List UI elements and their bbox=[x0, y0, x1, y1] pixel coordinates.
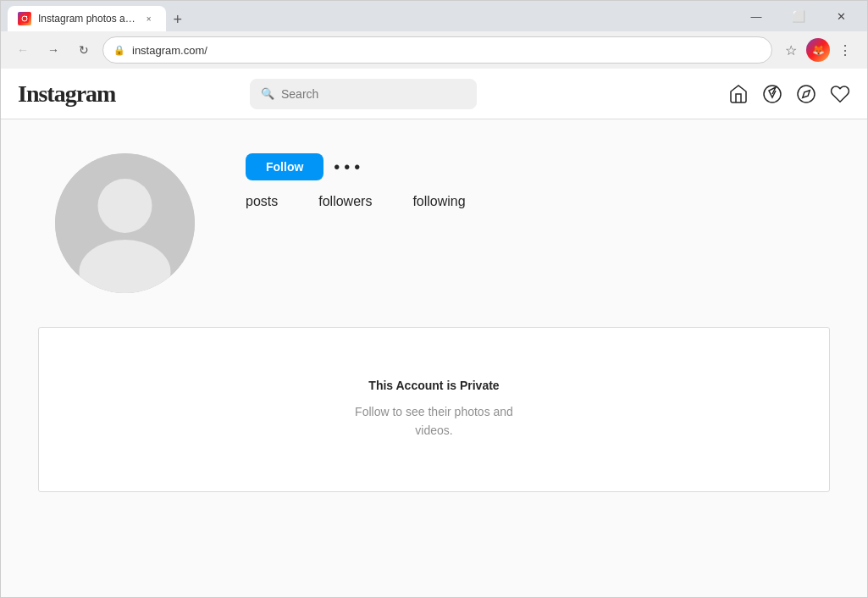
minimize-button[interactable]: — bbox=[737, 3, 776, 30]
tab-strip: Instagram photos a… × + bbox=[8, 1, 733, 31]
followers-label: followers bbox=[318, 194, 372, 209]
extensions-button[interactable]: 🦊 bbox=[806, 38, 830, 62]
posts-label: posts bbox=[246, 194, 278, 209]
private-account-box: This Account is Private Follow to see th… bbox=[38, 327, 830, 492]
svg-marker-4 bbox=[803, 90, 810, 97]
tab-close-button[interactable]: × bbox=[142, 12, 156, 25]
search-bar[interactable]: 🔍 bbox=[250, 79, 477, 109]
window-controls: — ⬜ ✕ bbox=[737, 3, 860, 30]
heart-nav-button[interactable] bbox=[830, 84, 850, 104]
svg-point-6 bbox=[98, 179, 152, 233]
address-bar: ← → ↻ 🔒 instagram.com/ ☆ 🦊 ⋮ bbox=[1, 31, 867, 69]
menu-button[interactable]: ⋮ bbox=[833, 38, 857, 62]
more-options-button[interactable]: ••• bbox=[334, 158, 362, 177]
private-account-title: This Account is Private bbox=[368, 379, 499, 392]
close-button[interactable]: ✕ bbox=[821, 3, 860, 30]
profile-section: Follow ••• posts followers following bbox=[38, 119, 830, 310]
following-stat[interactable]: following bbox=[412, 194, 465, 209]
tab-title: Instagram photos a… bbox=[38, 13, 135, 25]
maximize-button[interactable]: ⬜ bbox=[779, 3, 818, 30]
svg-point-2 bbox=[26, 16, 27, 17]
followers-stat[interactable]: followers bbox=[318, 194, 372, 209]
back-button[interactable]: ← bbox=[11, 38, 35, 62]
profile-info: Follow ••• posts followers following bbox=[246, 153, 813, 209]
url-text: instagram.com/ bbox=[132, 44, 761, 57]
avatar-container bbox=[55, 153, 195, 293]
instagram-logo[interactable]: Instagram bbox=[18, 80, 115, 108]
home-nav-button[interactable] bbox=[728, 84, 749, 104]
url-bar[interactable]: 🔒 instagram.com/ bbox=[102, 36, 772, 64]
profile-actions: Follow ••• bbox=[246, 153, 813, 180]
explore-nav-button[interactable] bbox=[762, 84, 782, 104]
browser-window: Instagram photos a… × + — ⬜ ✕ ← → ↻ 🔒 in… bbox=[0, 0, 868, 598]
following-label: following bbox=[412, 194, 465, 209]
profile-stats: posts followers following bbox=[246, 194, 813, 209]
instagram-header: Instagram 🔍 bbox=[1, 69, 867, 119]
compass-nav-button[interactable] bbox=[796, 84, 816, 104]
lock-icon: 🔒 bbox=[113, 45, 125, 56]
new-tab-button[interactable]: + bbox=[166, 8, 190, 31]
star-icon: ☆ bbox=[785, 42, 797, 58]
menu-icon: ⋮ bbox=[838, 42, 852, 58]
search-icon: 🔍 bbox=[261, 87, 274, 100]
page-content: Instagram 🔍 bbox=[1, 69, 867, 597]
private-account-description: Follow to see their photos andvideos. bbox=[355, 402, 513, 440]
avatar bbox=[55, 153, 195, 293]
title-bar: Instagram photos a… × + — ⬜ ✕ bbox=[1, 1, 867, 31]
refresh-button[interactable]: ↻ bbox=[72, 38, 96, 62]
toolbar-icons: ☆ 🦊 ⋮ bbox=[779, 38, 857, 62]
active-tab[interactable]: Instagram photos a… × bbox=[8, 6, 166, 31]
nav-icons bbox=[728, 84, 850, 104]
search-wrapper: 🔍 bbox=[250, 79, 477, 109]
follow-button[interactable]: Follow bbox=[246, 153, 323, 180]
search-input[interactable] bbox=[281, 87, 466, 101]
posts-stat[interactable]: posts bbox=[246, 194, 278, 209]
svg-point-3 bbox=[798, 86, 815, 102]
forward-button[interactable]: → bbox=[41, 38, 65, 62]
tab-favicon bbox=[18, 12, 31, 25]
star-button[interactable]: ☆ bbox=[779, 38, 803, 62]
